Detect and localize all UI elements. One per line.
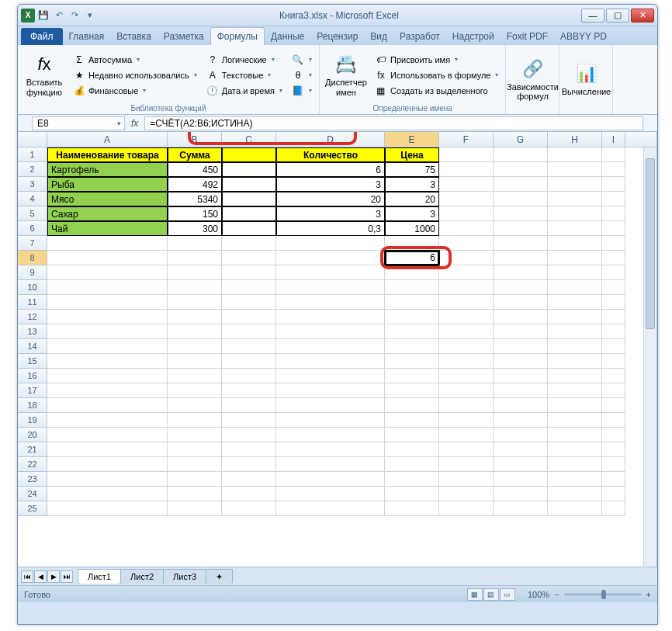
cell[interactable]: 3	[276, 177, 385, 192]
cell[interactable]	[439, 206, 494, 221]
cell[interactable]	[439, 310, 494, 324]
row-header[interactable]: 2	[18, 162, 47, 177]
create-from-button[interactable]: ▦Создать из выделенного	[372, 84, 501, 98]
cell[interactable]	[439, 265, 494, 280]
cell[interactable]: 6	[385, 251, 439, 265]
cell[interactable]	[47, 265, 168, 280]
cell[interactable]	[222, 369, 276, 383]
text-button[interactable]: AТекстовые	[204, 68, 285, 82]
row-header[interactable]: 12	[18, 310, 47, 324]
use-in-formula-button[interactable]: fxИспользовать в формуле	[372, 68, 501, 82]
cell[interactable]	[548, 221, 602, 236]
cell[interactable]	[385, 310, 439, 324]
cell[interactable]	[47, 310, 168, 324]
row-header[interactable]: 8	[18, 251, 47, 265]
cell[interactable]	[276, 236, 385, 251]
cell[interactable]	[168, 339, 222, 354]
cell[interactable]	[385, 487, 439, 501]
cell[interactable]	[385, 265, 439, 280]
cell[interactable]	[385, 280, 439, 295]
cell[interactable]	[385, 339, 439, 354]
zoom-out-button[interactable]: −	[554, 590, 559, 599]
cell[interactable]	[494, 428, 548, 442]
fx-button-icon[interactable]: fx	[131, 118, 138, 129]
cell[interactable]	[494, 280, 548, 295]
new-sheet-button[interactable]: ✦	[206, 569, 233, 584]
row-header[interactable]: 21	[18, 442, 47, 457]
redo-icon[interactable]: ↷	[68, 9, 81, 23]
cell[interactable]	[602, 354, 625, 369]
view-layout-icon[interactable]: ▤	[483, 588, 499, 601]
maximize-button[interactable]: ▢	[606, 9, 629, 23]
cell[interactable]	[439, 177, 494, 192]
cell[interactable]	[494, 147, 548, 162]
cell[interactable]	[276, 428, 385, 442]
cell[interactable]	[439, 221, 494, 236]
cell[interactable]: Рыба	[47, 177, 168, 192]
cell[interactable]	[222, 383, 276, 398]
cell[interactable]: Количество	[276, 147, 385, 162]
undo-icon[interactable]: ↶	[52, 9, 66, 23]
cell[interactable]	[602, 147, 625, 162]
cell[interactable]	[494, 398, 548, 413]
tab-file[interactable]: Файл	[21, 28, 63, 45]
cell[interactable]	[276, 369, 385, 383]
cell[interactable]	[439, 354, 494, 369]
sheet-tab[interactable]: Лист2	[120, 569, 164, 584]
cell[interactable]	[602, 413, 625, 428]
cell[interactable]	[168, 413, 222, 428]
assign-name-button[interactable]: 🏷Присвоить имя	[372, 53, 501, 67]
cell[interactable]	[439, 383, 494, 398]
cell[interactable]	[168, 251, 222, 265]
cell[interactable]	[168, 369, 222, 383]
cell[interactable]	[276, 442, 385, 457]
cell[interactable]	[222, 251, 276, 265]
sheet-nav-next-icon[interactable]: ▶	[47, 570, 60, 583]
cell[interactable]	[385, 324, 439, 339]
cell[interactable]	[276, 501, 385, 516]
cell[interactable]	[385, 413, 439, 428]
cell[interactable]	[602, 369, 625, 383]
row-header[interactable]: 11	[18, 295, 47, 310]
cell[interactable]	[47, 472, 168, 487]
zoom-level[interactable]: 100%	[528, 590, 549, 599]
cell[interactable]	[47, 324, 168, 339]
cell[interactable]	[385, 428, 439, 442]
insert-function-button[interactable]: fx Вставить функцию	[23, 47, 66, 102]
cell[interactable]: Чай	[47, 221, 168, 236]
sheet-nav-first-icon[interactable]: ⏮	[21, 570, 33, 583]
cell[interactable]	[276, 487, 385, 501]
cell[interactable]	[222, 310, 276, 324]
cell[interactable]	[602, 236, 625, 251]
cell[interactable]	[47, 280, 168, 295]
cell[interactable]	[222, 162, 276, 177]
cell[interactable]	[602, 487, 625, 501]
cell[interactable]	[222, 398, 276, 413]
tab-data[interactable]: Данные	[265, 28, 310, 45]
tab-dev[interactable]: Разработ	[393, 28, 446, 45]
calculation-button[interactable]: 📊 Вычисление	[564, 47, 608, 111]
cell[interactable]: 75	[385, 162, 439, 177]
cell[interactable]	[276, 339, 385, 354]
cell[interactable]	[548, 251, 602, 265]
cell[interactable]: 0,3	[276, 221, 385, 236]
cell[interactable]	[439, 324, 494, 339]
cell[interactable]	[548, 280, 602, 295]
cell[interactable]	[548, 324, 602, 339]
cell[interactable]: 450	[168, 162, 222, 177]
cell[interactable]	[494, 206, 548, 221]
financial-button[interactable]: 💰Финансовые	[71, 84, 199, 98]
name-box[interactable]: E8	[32, 116, 125, 130]
cell[interactable]	[439, 295, 494, 310]
cell[interactable]: 3	[385, 206, 439, 221]
cell[interactable]: Картофель	[47, 162, 168, 177]
cell[interactable]	[385, 457, 439, 472]
cell[interactable]: 20	[276, 192, 385, 206]
sheet-tab[interactable]: Лист1	[78, 569, 121, 584]
cell[interactable]	[548, 177, 602, 192]
cell[interactable]	[222, 147, 276, 162]
cell[interactable]	[222, 339, 276, 354]
cell[interactable]	[494, 295, 548, 310]
cell[interactable]	[548, 147, 602, 162]
cell[interactable]	[47, 295, 168, 310]
